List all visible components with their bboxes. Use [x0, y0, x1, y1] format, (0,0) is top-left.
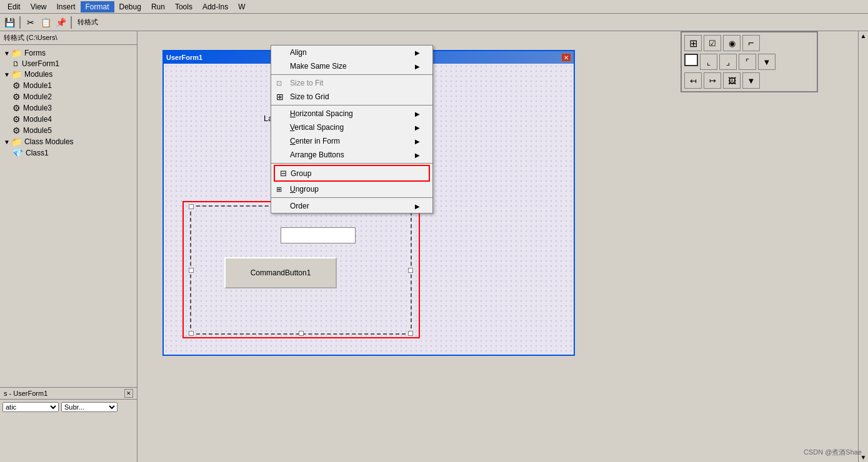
selection-group: CommandButton1: [182, 201, 420, 338]
ft-row2: ⌞ ⌟ ⌜ ▼: [684, 54, 814, 70]
project-title: 转格式 (C:\Users\: [0, 31, 137, 45]
toolbar-label: 转格式: [75, 16, 101, 28]
ft-row1: ⊞ ☑ ◉ ⌐: [684, 35, 814, 51]
module5-label: Module5: [23, 126, 52, 135]
menu-sep4: [271, 197, 432, 198]
main-layout: 转格式 (C:\Users\ ▼ 📁 Forms 🗋 UserForm1 ▼ 📁…: [0, 31, 868, 462]
module2-label: Module2: [23, 92, 52, 101]
ft-dropdown-arrow[interactable]: ▼: [758, 54, 776, 70]
class1-label: Class1: [26, 149, 49, 157]
menubar: Edit View Insert Format Debug Run Tools …: [0, 0, 868, 14]
ft-trim-tl-icon[interactable]: ⌞: [700, 54, 717, 70]
menu-format[interactable]: Format: [81, 1, 114, 12]
commandbutton1[interactable]: CommandButton1: [224, 257, 337, 288]
scroll-up-btn[interactable]: ▲: [861, 32, 867, 39]
menu-make-same-size[interactable]: Make Same Size ▶: [271, 59, 432, 73]
group-content: ⊟ Group: [280, 169, 311, 178]
menu-edit[interactable]: Edit: [2, 1, 26, 12]
paste-icon[interactable]: 📌: [54, 16, 67, 29]
vertical-spacing-arrow: ▶: [415, 124, 420, 131]
expand-class-modules[interactable]: ▼: [4, 139, 10, 145]
group-icon: ⊟: [280, 169, 287, 178]
menu-tools[interactable]: Tools: [170, 1, 197, 12]
ft-trim-tr-icon[interactable]: ⌟: [719, 54, 737, 70]
ft-row3: ↤ ↦ 🖼 ▼: [684, 72, 814, 89]
copy-icon[interactable]: 📋: [39, 16, 52, 29]
ft-image-icon[interactable]: 🖼: [723, 72, 741, 89]
handle-bl: [189, 331, 194, 336]
tree-module5[interactable]: ⚙ Module5: [2, 125, 134, 136]
menu-view[interactable]: View: [26, 1, 52, 12]
vertical-spacing-label: Vertical Spacing: [290, 123, 344, 132]
ft-corner-icon[interactable]: ⌐: [742, 35, 760, 51]
tree-modules[interactable]: ▼ 📁 Modules: [2, 69, 134, 80]
order-arrow: ▶: [415, 203, 420, 210]
toolbar-sep1: [19, 16, 21, 29]
ft-trim-bl-icon[interactable]: ⌜: [739, 54, 756, 70]
tree-forms[interactable]: ▼ 📁 Forms: [2, 47, 134, 59]
align-arrow: ▶: [415, 49, 420, 56]
code-dropdown1[interactable]: atic: [2, 402, 59, 412]
menu-center-in-form[interactable]: Center in Form ▶: [271, 134, 432, 148]
menu-horizontal-spacing[interactable]: Horizontal Spacing ▶: [271, 107, 432, 120]
tree-class1[interactable]: 💎 Class1: [2, 147, 134, 159]
ft-align-left-icon[interactable]: ↤: [684, 72, 702, 89]
textbox1[interactable]: [281, 227, 356, 243]
main-toolbar: 💾 ✂ 📋 📌 转格式: [0, 14, 868, 31]
menu-size-to-grid[interactable]: ⊞ Size to Grid: [271, 90, 432, 104]
ft-grid-icon[interactable]: ⊞: [684, 35, 702, 51]
code-panel: s - UserForm1 ✕ atic Subr...: [0, 387, 137, 462]
expand-modules[interactable]: ▼: [4, 71, 10, 78]
module5-icon: ⚙: [12, 125, 21, 135]
floating-toolbar: ⊞ ☑ ◉ ⌐ ⌞ ⌟ ⌜ ▼ ↤ ↦ 🖼 ▼: [681, 31, 818, 92]
tree-module1[interactable]: ⚙ Module1: [2, 80, 134, 91]
tree-module4[interactable]: ⚙ Module4: [2, 114, 134, 125]
menu-run[interactable]: Run: [146, 1, 170, 12]
expand-forms[interactable]: ▼: [4, 50, 10, 57]
tree-class-modules[interactable]: ▼ 📁 Class Modules: [2, 136, 134, 147]
menu-order[interactable]: Order ▶: [271, 199, 432, 213]
horizontal-spacing-label: Horizontal Spacing: [290, 109, 353, 118]
code-panel-close[interactable]: ✕: [124, 389, 133, 398]
forms-folder-icon: 📁: [11, 48, 22, 58]
menu-addins[interactable]: Add-Ins: [197, 1, 233, 12]
center-in-form-arrow: ▶: [415, 138, 420, 145]
modules-folder-icon: 📁: [11, 69, 22, 79]
menu-window[interactable]: W: [233, 1, 250, 12]
right-area: ⊞ ☑ ◉ ⌐ ⌞ ⌟ ⌜ ▼ ↤ ↦ 🖼 ▼ Use: [137, 31, 868, 462]
menu-debug[interactable]: Debug: [114, 1, 146, 12]
menu-arrange-buttons[interactable]: Arrange Buttons ▶: [271, 148, 432, 162]
horizontal-spacing-arrow: ▶: [415, 111, 420, 117]
menu-align[interactable]: Align ▶: [271, 46, 432, 59]
code-dropdown2[interactable]: Subr...: [61, 402, 117, 412]
modules-label: Modules: [24, 70, 52, 79]
class1-icon: 💎: [12, 148, 23, 158]
userform-close-btn[interactable]: ✕: [561, 53, 571, 62]
toolbar-sep2: [71, 16, 72, 29]
tree-module2[interactable]: ⚙ Module2: [2, 91, 134, 102]
menu-sep3: [271, 163, 432, 164]
handle-tl: [189, 204, 194, 209]
menu-group[interactable]: ⊟ Group: [274, 165, 430, 182]
order-label: Order: [290, 202, 309, 210]
ft-check-icon[interactable]: ☑: [704, 35, 721, 51]
userform-title-text: UserForm1: [166, 54, 202, 61]
menu-ungroup[interactable]: ⊞ Ungroup: [271, 182, 432, 196]
forms-label: Forms: [24, 49, 46, 57]
module1-label: Module1: [23, 81, 52, 90]
menu-insert[interactable]: Insert: [51, 1, 80, 12]
center-in-form-label: Center in Form: [290, 137, 340, 145]
handle-br: [408, 331, 413, 336]
handle-bm: [299, 331, 304, 336]
ft-radio-icon[interactable]: ◉: [723, 35, 741, 51]
ft-rect-icon[interactable]: [684, 54, 698, 66]
menu-size-to-fit: ⊡ Size to Fit: [271, 76, 432, 90]
tree-userform1[interactable]: 🗋 UserForm1: [2, 59, 134, 69]
cut-icon[interactable]: ✂: [24, 16, 37, 29]
menu-vertical-spacing[interactable]: Vertical Spacing ▶: [271, 120, 432, 134]
ft-more-icon[interactable]: ▼: [742, 72, 760, 89]
save-icon[interactable]: 💾: [2, 16, 16, 29]
vertical-scrollbar[interactable]: ▲ ▼: [858, 31, 868, 462]
tree-module3[interactable]: ⚙ Module3: [2, 102, 134, 114]
ft-align-right-icon[interactable]: ↦: [704, 72, 721, 89]
